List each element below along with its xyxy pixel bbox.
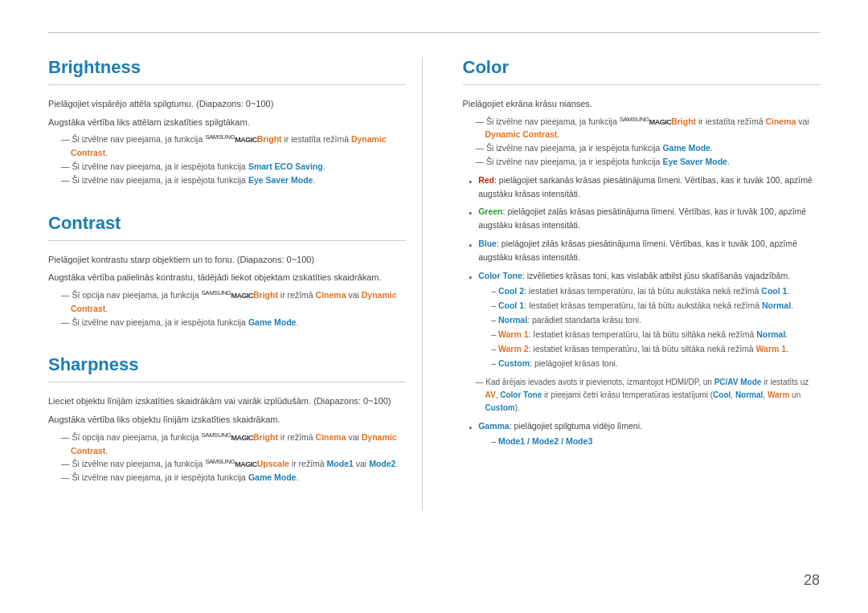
contrast-title: Contrast — [48, 213, 406, 241]
cinema-1: Cinema — [316, 290, 346, 300]
gamma-sublist: Mode1 / Mode2 / Mode3 — [491, 435, 820, 449]
color-note-3: Ši izvēlne nav pieejama, ja ir iespējota… — [476, 155, 821, 169]
brightness-title: Brightness — [48, 57, 406, 85]
contrast-desc1: Pielāgojiet kontrastu starp objektiem un… — [48, 252, 406, 268]
sharpness-section: Sharpness Lieciet objektu līnijām izskat… — [48, 354, 406, 484]
brightness-body: Pielāgojiet vispārējo attēla spilgtumu. … — [48, 96, 406, 187]
eye-saver-1: Eye Saver Mode — [248, 175, 313, 185]
color-section: Color Pielāgojiet ekrāna krāsu nianses. … — [463, 57, 821, 449]
sub-cool2-label: Cool 2 — [498, 286, 524, 296]
brightness-desc2: Augstāka vērtība liks attēlam izskatītie… — [48, 115, 406, 130]
brand-magic: SAMSUNGMAGIC — [205, 136, 256, 144]
bullet-green: • Green: pielāgojiet zaļās krāsas piesāt… — [469, 205, 821, 232]
brand-magic-5: SAMSUNGMAGIC — [620, 118, 671, 126]
bright-highlight: Bright — [257, 134, 282, 144]
contrast-note-1: Šī opcija nav pieejama, ja funkcija SAMS… — [61, 288, 406, 316]
sub-warm2: Warm 2: iestatiet krāsas temperatūru, la… — [491, 342, 820, 357]
label-gamma: Gamma — [478, 421, 510, 431]
contrast-notes: Šī opcija nav pieejama, ja funkcija SAMS… — [55, 288, 406, 329]
sub-warm2-label: Warm 2 — [498, 344, 529, 353]
sub-custom-label: Custom — [498, 358, 530, 368]
brightness-notes: Ši izvēlne nav pieejama, ja funkcija SAM… — [55, 133, 406, 186]
sub-cool1-label: Cool 1 — [498, 300, 524, 310]
bullet-dot-blue: • — [469, 239, 473, 252]
sub-modes: Mode1 / Mode2 / Mode3 — [491, 435, 820, 449]
page-number: 28 — [804, 572, 820, 589]
footnote-colortone: Color Tone — [500, 390, 542, 399]
color-title: Color — [463, 57, 821, 85]
bullet-colortone-content: Color Tone: izvēlieties krāsas toni, kas… — [478, 269, 820, 371]
sharpness-note-1: Šī opcija nav pieejama, ja funkcija SAMS… — [61, 431, 406, 458]
contrast-body: Pielāgojiet kontrastu starp objektiem un… — [48, 252, 406, 329]
dynamic-contrast-4: Dynamic Contrast — [485, 129, 558, 139]
contrast-section: Contrast Pielāgojiet kontrastu starp obj… — [48, 213, 406, 329]
cinema-2: Cinema — [316, 432, 346, 442]
sub-custom: Custom: pielāgojiet krāsas toni. — [491, 357, 820, 371]
color-desc1: Pielāgojiet ekrāna krāsu nianses. — [463, 96, 821, 112]
sharpness-desc1: Lieciet objektu līnijām izskatīties skai… — [48, 394, 406, 409]
sub-cool1-ref: Normal — [762, 300, 791, 310]
colortone-sublist: Cool 2: iestatiet krāsas temperatūru, la… — [491, 284, 820, 370]
brightness-section: Brightness Pielāgojiet vispārējo attēla … — [48, 57, 406, 187]
color-note-2: Ši izvēlne nav pieejama, ja ir iespējota… — [476, 141, 821, 155]
sharpness-note-3: Ši izvēlne nav pieejama, ja ir iespējota… — [61, 471, 406, 484]
bullet-dot-green: • — [469, 206, 473, 220]
game-mode-1: Game Mode — [248, 317, 297, 327]
right-column: Color Pielāgojiet ekrāna krāsu nianses. … — [455, 57, 821, 510]
color-body: Pielāgojiet ekrāna krāsu nianses. Ši izv… — [463, 96, 821, 449]
left-column: Brightness Pielāgojiet vispārējo attēla … — [48, 57, 423, 510]
sub-modes-label: Mode1 / Mode2 / Mode3 — [498, 436, 592, 446]
brightness-note-3: Ši izvēlne nav pieejama, ja ir iespējota… — [61, 174, 406, 187]
bullet-red: • Red: pielāgojiet sarkanās krāsas piesā… — [469, 174, 821, 201]
bullet-gamma-content: Gamma: pielāgojiet spilgtuma vidējo līme… — [478, 419, 820, 450]
bullet-dot-colortone: • — [469, 271, 473, 284]
sub-warm1-label: Warm 1 — [498, 329, 529, 339]
bullet-red-content: Red: pielāgojiet sarkanās krāsas piesāti… — [478, 174, 820, 201]
sharpness-note-2: Ši izvēlne nav pieejama, ja funkcija SAM… — [61, 457, 406, 471]
bullet-green-content: Green: pielāgojiet zaļās krāsas piesātin… — [478, 205, 820, 232]
footnote-warm: Warm — [768, 390, 789, 399]
eye-saver-2: Eye Saver Mode — [662, 157, 727, 166]
label-red: Red — [478, 175, 494, 185]
colortone-footnote: ― Kad ārējais ievades avots ir pievienot… — [476, 376, 821, 415]
sub-warm1: Warm 1: Iestatiet krāsas temperatūru, la… — [491, 328, 820, 342]
footnote-av: AV — [485, 390, 496, 399]
footnote-block: ― Kad ārējais ievades avots ir pievienot… — [476, 376, 821, 415]
sub-cool2: Cool 2: iestatiet krāsas temperatūru, la… — [491, 284, 820, 299]
label-colortone: Color Tone — [478, 271, 522, 280]
sub-normal-label: Normal — [498, 315, 527, 325]
sub-normal: Normal: parādiet standarta krāsu toni. — [491, 313, 820, 328]
brightness-desc1: Pielāgojiet vispārējo attēla spilgtumu. … — [48, 96, 406, 112]
footnote-pcav: PC/AV Mode — [714, 378, 762, 386]
sharpness-title: Sharpness — [48, 354, 406, 382]
brightness-note-2: Ši izvēlne nav pieejama, ja ir iespējota… — [61, 160, 406, 174]
smart-eco: Smart ECO Saving — [248, 161, 323, 171]
bullet-dot-red: • — [469, 175, 473, 189]
footnote-cool: Cool — [713, 390, 731, 399]
mode2: Mode2 — [369, 459, 395, 468]
contrast-desc2: Augstāka vērtība palielinās kontrastu, t… — [48, 270, 406, 285]
color-notes: Ši izvēlne nav pieejama, ja funkcija SAM… — [469, 115, 821, 169]
bright-2: Bright — [253, 290, 278, 300]
upscale: Upscale — [257, 459, 289, 468]
bright-3: Bright — [253, 432, 278, 442]
contrast-note-2: Ši izvēlne nav pieejama, ja ir iespējota… — [61, 316, 406, 329]
bullet-blue: • Blue: pielāgojiet zilās krāsas piesāti… — [469, 237, 821, 264]
sub-cool2-ref: Cool 1 — [761, 286, 787, 296]
footnote-custom: Custom — [485, 403, 515, 412]
label-blue: Blue — [478, 239, 497, 248]
sharpness-body: Lieciet objektu līnijām izskatīties skai… — [48, 394, 406, 484]
sub-warm2-ref: Warm 1 — [756, 344, 787, 353]
bright-4: Bright — [671, 116, 696, 126]
brightness-note-1: Ši izvēlne nav pieejama, ja funkcija SAM… — [61, 133, 406, 160]
sub-cool1: Cool 1: Iestatiet krāsas temperatūru, la… — [491, 299, 820, 313]
brand-magic-3: SAMSUNGMAGIC — [202, 434, 253, 442]
game-mode-3: Game Mode — [662, 143, 710, 153]
sharpness-notes: Šī opcija nav pieejama, ja funkcija SAMS… — [55, 431, 406, 484]
brand-magic-2: SAMSUNGMAGIC — [202, 292, 253, 300]
page-layout: Brightness Pielāgojiet vispārējo attēla … — [48, 57, 820, 510]
mode1: Mode1 — [327, 459, 354, 468]
cinema-3: Cinema — [765, 116, 796, 126]
label-green: Green — [478, 206, 502, 216]
bullet-colortone: • Color Tone: izvēlieties krāsas toni, k… — [469, 269, 821, 371]
